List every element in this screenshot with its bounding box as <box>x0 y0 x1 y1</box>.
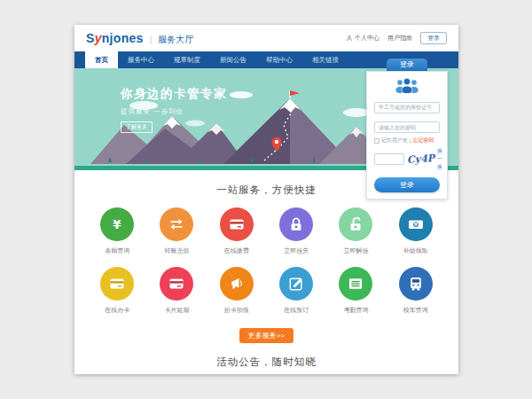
card-icon <box>168 275 185 293</box>
password-input[interactable] <box>374 121 440 133</box>
more-services-button[interactable]: 更多服务>> <box>239 328 293 343</box>
card-icon <box>108 275 126 293</box>
hero-banner: 你身边的卡管专家 提供服务 一步到位 了解更多 登录 <box>74 68 458 170</box>
service-card-extension[interactable]: 卡片延期 <box>147 267 207 315</box>
hero-subtitle: 提供服务 一步到位 <box>121 107 227 116</box>
service-attendance-inquiry[interactable]: 考勤查询 <box>326 267 386 315</box>
service-balance-inquiry[interactable]: ¥ 余额查询 <box>88 207 147 255</box>
logo-wordmark: Synjones <box>86 31 144 45</box>
personal-center-link[interactable]: 个人中心 <box>346 34 379 43</box>
transfer-icon <box>168 215 185 233</box>
bus-icon <box>407 275 425 293</box>
header-actions: 个人中心 用户指南 登录 <box>346 32 447 44</box>
captcha-refresh-link[interactable]: 换一换 <box>437 147 442 171</box>
logo-divider: | <box>150 35 153 44</box>
page-container: Synjones | 服务大厅 个人中心 用户指南 登录 首页 服务中心 规章制… <box>74 25 458 374</box>
captcha-image[interactable]: Cy4P <box>407 153 435 166</box>
service-unfreeze[interactable]: 立即解挂 <box>326 207 386 255</box>
edit-icon <box>287 275 305 293</box>
nav-item-help-center[interactable]: 帮助中心 <box>256 51 302 68</box>
megaphone-icon <box>228 275 246 293</box>
lock-icon <box>287 215 305 233</box>
captcha-input[interactable] <box>374 153 404 165</box>
username-input[interactable] <box>374 102 440 113</box>
site-header: Synjones | 服务大厅 个人中心 用户指南 登录 <box>74 25 458 51</box>
login-panel: 登录 记住用户名 | 忘记密码 <box>366 59 448 200</box>
nav-item-regulations[interactable]: 规章制度 <box>164 51 210 68</box>
svg-text:¥: ¥ <box>113 218 122 231</box>
nav-item-home[interactable]: 首页 <box>85 51 118 68</box>
remember-row: 记住用户名 | 忘记密码 <box>374 137 440 145</box>
nav-item-news[interactable]: 新闻公告 <box>210 51 256 68</box>
service-report-loss[interactable]: 立即挂失 <box>267 207 326 255</box>
nav-item-related-links[interactable]: 相关链接 <box>302 51 348 68</box>
users-group-icon <box>389 77 425 93</box>
card-icon <box>228 215 246 233</box>
banknote-icon: ¥ <box>407 215 425 233</box>
service-online-card-application[interactable]: 在线办卡 <box>88 267 147 315</box>
login-form: 记住用户名 | 忘记密码 Cy4P 换一换 登录 <box>366 71 448 200</box>
unlock-icon <box>347 215 364 233</box>
header-login-button[interactable]: 登录 <box>420 32 447 44</box>
service-transfer-recharge[interactable]: 转账充值 <box>147 207 207 255</box>
service-found-card-claim[interactable]: 拾卡招领 <box>207 267 266 315</box>
user-icon <box>346 35 353 42</box>
site-name: 服务大厅 <box>158 34 193 46</box>
hero-title: 你身边的卡管专家 <box>121 86 227 102</box>
hero-copy: 你身边的卡管专家 提供服务 一步到位 了解更多 <box>121 86 227 133</box>
list-icon <box>347 275 364 293</box>
remember-divider: | <box>410 138 411 144</box>
service-subsidy-collection[interactable]: ¥ 补助领取 <box>386 207 445 255</box>
remember-checkbox[interactable] <box>374 138 379 144</box>
login-submit-button[interactable]: 登录 <box>374 177 440 192</box>
hero-cta-button[interactable]: 了解更多 <box>121 121 153 133</box>
service-online-booking[interactable]: 在线预订 <box>267 267 326 315</box>
service-school-bus-inquiry[interactable]: 校车查询 <box>386 267 445 315</box>
announcements-section: 活动公告，随时知晓 使用动态 最新公告 更多>> 使用指南 更多>> <box>74 356 458 374</box>
captcha-row: Cy4P 换一换 <box>374 147 440 171</box>
nav-item-service-center[interactable]: 服务中心 <box>118 51 164 68</box>
announcements-title: 活动公告，随时知晓 <box>74 356 458 369</box>
user-guide-link[interactable]: 用户指南 <box>387 34 412 43</box>
remember-label: 记住用户名 <box>381 137 408 145</box>
services-grid: ¥ 余额查询 转账充值 在线缴费 立即挂失 <box>88 207 446 315</box>
brand-logo[interactable]: Synjones | 服务大厅 <box>86 31 193 46</box>
forgot-password-link[interactable]: 忘记密码 <box>413 137 434 145</box>
service-online-payment[interactable]: 在线缴费 <box>207 207 266 255</box>
services-section: 一站服务，方便快捷 ¥ 余额查询 转账充值 在线缴费 <box>74 184 458 350</box>
svg-text:¥: ¥ <box>414 222 418 227</box>
login-tab[interactable]: 登录 <box>387 59 427 71</box>
yen-icon: ¥ <box>108 215 126 233</box>
